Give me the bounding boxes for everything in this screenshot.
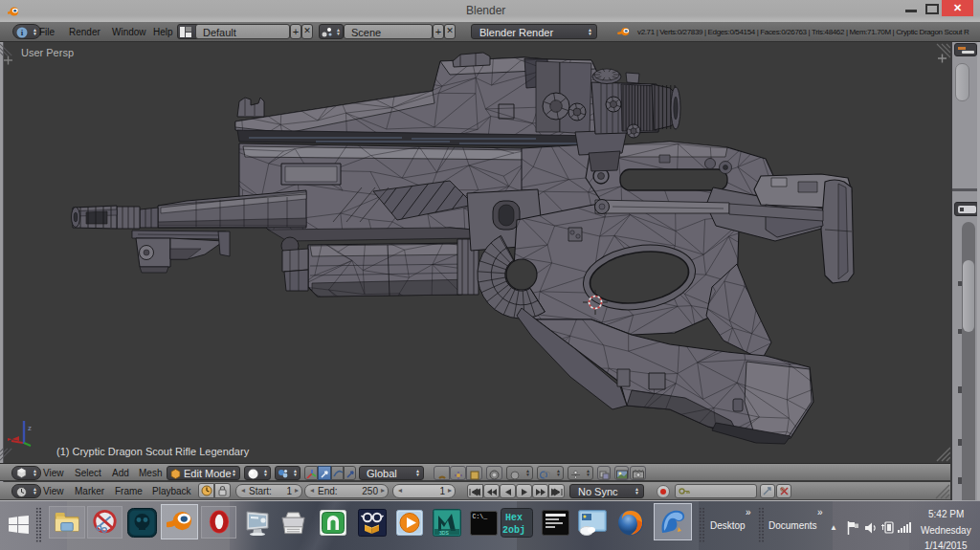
svg-text:C:\_: C:\_ xyxy=(473,514,488,520)
svg-text:2obj: 2obj xyxy=(502,525,525,536)
svg-text:Hex: Hex xyxy=(505,513,523,523)
svg-text:z: z xyxy=(28,424,32,432)
svg-text:3DS: 3DS xyxy=(439,530,449,536)
